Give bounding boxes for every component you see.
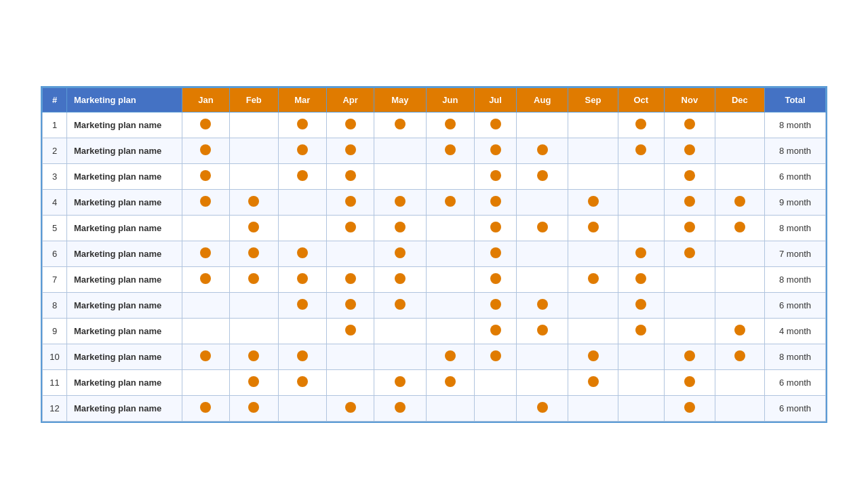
row-9-month-8 <box>517 318 568 344</box>
row-6-month-1 <box>182 241 230 266</box>
row-6-month-8 <box>517 241 568 266</box>
activity-dot <box>200 144 211 155</box>
header-month-jan: Jan <box>182 87 230 112</box>
header-total: Total <box>765 87 826 112</box>
row-9-month-2 <box>229 318 278 344</box>
row-total-9: 4 month <box>765 318 826 344</box>
table-row: 1Marketing plan name8 month <box>43 112 826 138</box>
row-4-month-1 <box>182 189 230 215</box>
row-3-month-1 <box>182 163 230 189</box>
activity-dot <box>345 144 356 155</box>
activity-dot <box>490 170 501 181</box>
table-row: 7Marketing plan name8 month <box>43 266 826 292</box>
header-name: Marketing plan <box>67 87 182 112</box>
activity-dot <box>445 144 456 155</box>
row-9-month-3 <box>278 318 327 344</box>
activity-dot <box>297 299 308 310</box>
activity-dot <box>490 247 501 258</box>
table-row: 5Marketing plan name8 month <box>43 215 826 241</box>
row-7-month-6 <box>426 266 475 292</box>
row-2-month-2 <box>229 138 278 163</box>
activity-dot <box>537 170 548 181</box>
activity-dot <box>635 325 646 336</box>
table-row: 12Marketing plan name6 month <box>43 395 826 421</box>
row-7-month-9 <box>568 266 618 292</box>
row-2-month-3 <box>278 138 327 163</box>
row-11-month-12 <box>715 369 764 395</box>
row-7-month-4 <box>327 266 374 292</box>
row-total-4: 9 month <box>765 189 826 215</box>
row-12-month-7 <box>475 395 517 421</box>
activity-dot <box>345 325 356 336</box>
row-num-11: 11 <box>43 369 67 395</box>
row-3-month-12 <box>715 163 764 189</box>
row-3-month-3 <box>278 163 327 189</box>
activity-dot <box>200 196 211 207</box>
row-12-month-11 <box>664 395 715 421</box>
activity-dot <box>445 196 456 207</box>
row-10-month-12 <box>715 344 764 369</box>
activity-dot <box>684 222 695 232</box>
activity-dot <box>395 299 406 310</box>
activity-dot <box>345 402 356 413</box>
row-11-month-8 <box>517 369 568 395</box>
activity-dot <box>684 144 695 155</box>
row-name-5: Marketing plan name <box>67 215 182 241</box>
row-5-month-3 <box>278 215 327 241</box>
row-3-month-9 <box>568 163 618 189</box>
row-1-month-4 <box>327 112 374 138</box>
row-7-month-3 <box>278 266 327 292</box>
row-9-month-4 <box>327 318 374 344</box>
row-9-month-5 <box>374 318 426 344</box>
row-12-month-9 <box>568 395 618 421</box>
row-8-month-10 <box>618 292 664 318</box>
activity-dot <box>395 247 406 258</box>
activity-dot <box>297 350 308 361</box>
activity-dot <box>490 325 501 336</box>
row-1-month-2 <box>229 112 278 138</box>
row-total-5: 8 month <box>765 215 826 241</box>
row-9-month-12 <box>715 318 764 344</box>
row-3-month-6 <box>426 163 475 189</box>
row-1-month-12 <box>715 112 764 138</box>
row-2-month-6 <box>426 138 475 163</box>
row-12-month-10 <box>618 395 664 421</box>
activity-dot <box>395 376 406 387</box>
activity-dot <box>588 273 599 284</box>
row-12-month-3 <box>278 395 327 421</box>
activity-dot <box>345 273 356 284</box>
activity-dot <box>248 247 259 258</box>
row-11-month-2 <box>229 369 278 395</box>
row-5-month-12 <box>715 215 764 241</box>
row-name-4: Marketing plan name <box>67 189 182 215</box>
activity-dot <box>345 119 356 129</box>
row-7-month-7 <box>475 266 517 292</box>
row-12-month-5 <box>374 395 426 421</box>
row-1-month-3 <box>278 112 327 138</box>
row-7-month-5 <box>374 266 426 292</box>
row-num-5: 5 <box>43 215 67 241</box>
activity-dot <box>635 144 646 155</box>
activity-dot <box>395 196 406 207</box>
row-name-6: Marketing plan name <box>67 241 182 266</box>
activity-dot <box>734 222 745 232</box>
row-4-month-5 <box>374 189 426 215</box>
row-8-month-1 <box>182 292 230 318</box>
row-name-11: Marketing plan name <box>67 369 182 395</box>
activity-dot <box>345 196 356 207</box>
activity-dot <box>684 247 695 258</box>
row-total-11: 6 month <box>765 369 826 395</box>
activity-dot <box>635 119 646 129</box>
row-8-month-8 <box>517 292 568 318</box>
row-5-month-1 <box>182 215 230 241</box>
activity-dot <box>297 144 308 155</box>
row-6-month-11 <box>664 241 715 266</box>
row-11-month-9 <box>568 369 618 395</box>
row-4-month-10 <box>618 189 664 215</box>
activity-dot <box>635 247 646 258</box>
activity-dot <box>537 325 548 336</box>
row-num-9: 9 <box>43 318 67 344</box>
row-5-month-4 <box>327 215 374 241</box>
row-11-month-1 <box>182 369 230 395</box>
row-8-month-5 <box>374 292 426 318</box>
